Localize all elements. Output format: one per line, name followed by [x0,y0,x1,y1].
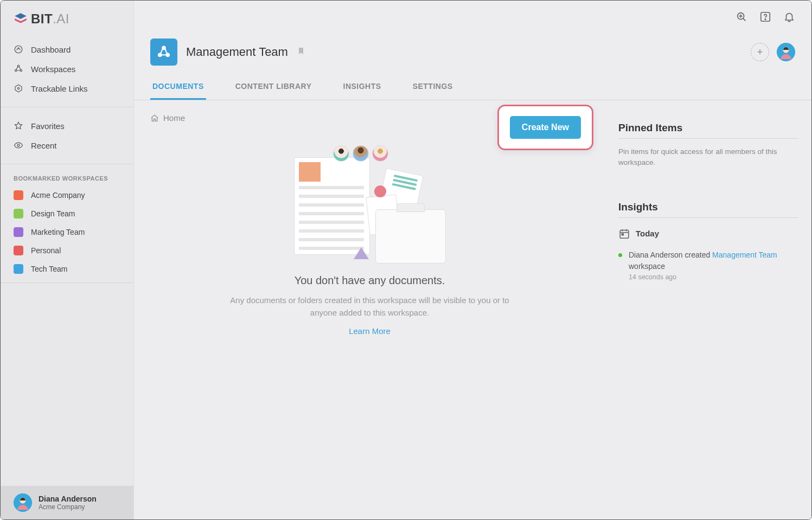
sidebar-ws-marketing[interactable]: Marketing Team [1,223,133,241]
svg-point-6 [17,144,20,146]
nav-workspaces[interactable]: Workspaces [1,59,133,79]
quick-nav: Favorites Recent [1,112,133,159]
right-panel: Pinned Items Pin items for quick access … [605,100,811,519]
user-org: Acme Company [39,503,97,511]
svg-point-14 [166,53,169,56]
search-icon[interactable] [736,11,747,23]
svg-rect-17 [620,230,629,238]
ws-label: Tech Team [31,265,67,273]
ws-label: Acme Company [31,191,85,200]
workspace-title: Management Team [186,45,288,59]
svg-point-2 [17,65,19,67]
ws-color-icon [14,246,23,255]
logo-icon [14,12,28,26]
bell-icon[interactable] [783,11,795,23]
sidebar: BIT.AI Dashboard Workspaces Trackable Li… [1,1,134,519]
insights-title: Insights [618,201,798,218]
workspace-header: Management Team + [134,33,811,66]
nav-label: Dashboard [31,45,71,54]
insights-date-row: Today [618,228,798,240]
pinned-section: Pinned Items Pin items for quick access … [618,122,798,169]
svg-point-1 [18,48,19,49]
activity-workspace-link[interactable]: Management Team [712,251,777,259]
user-name: Diana Anderson [39,495,97,503]
nav-label: Trackable Links [31,84,88,93]
activity-dot-icon [618,253,622,257]
bookmark-icon[interactable] [297,46,305,59]
brand-name: BIT [31,11,53,26]
svg-rect-18 [622,234,623,235]
ws-color-icon [14,227,23,237]
nav-label: Workspaces [31,65,75,74]
bookmarked-heading: BOOKMARKED WORKSPACES [1,169,133,186]
activity-text-prefix: Diana Anderson created [629,251,712,259]
ws-label: Design Team [31,209,75,218]
svg-point-4 [20,69,22,71]
nav-label: Favorites [31,121,65,131]
sidebar-ws-design[interactable]: Design Team [1,204,133,223]
svg-point-5 [17,87,19,89]
documents-panel: Home Create New You don't hav [134,100,605,519]
dashboard-icon [14,44,23,54]
workspaces-icon [14,64,23,74]
pinned-hint: Pin items for quick access for all membe… [618,146,798,169]
ws-color-icon [14,190,23,200]
current-user-avatar-icon[interactable] [777,43,795,61]
bookmarked-list: Acme Company Design Team Marketing Team … [1,186,133,278]
activity-time: 14 seconds ago [629,272,798,283]
user-avatar-icon [14,493,32,512]
svg-point-3 [15,69,16,71]
create-new-highlight: Create New [497,105,593,150]
sidebar-user[interactable]: Diana Anderson Acme Company [1,486,133,519]
activity-item: Diana Anderson created Management Team w… [618,249,798,283]
tab-documents[interactable]: DOCUMENTS [150,76,206,100]
tab-content-library[interactable]: CONTENT LIBRARY [233,76,314,100]
svg-point-0 [15,46,22,53]
nav-recent[interactable]: Recent [1,136,133,155]
links-icon [14,84,23,93]
insights-section: Insights Today Diana Anderson created Ma… [618,201,798,283]
create-new-button[interactable]: Create New [510,116,581,139]
main-area: Management Team + DOCUMENTS CONTENT LIBR… [134,1,811,519]
add-member-button[interactable]: + [751,43,769,61]
svg-point-11 [765,19,766,20]
sidebar-ws-acme[interactable]: Acme Company [1,186,133,204]
logo[interactable]: BIT.AI [1,1,133,35]
tab-settings[interactable]: SETTINGS [411,76,455,100]
divider [1,283,133,283]
empty-illustration [294,144,446,264]
activity-text-suffix: workspace [629,262,665,271]
eye-icon [14,140,23,150]
star-icon [14,121,23,131]
divider [1,164,133,164]
nav-trackable-links[interactable]: Trackable Links [1,79,133,98]
primary-nav: Dashboard Workspaces Trackable Links [1,35,133,102]
brand-suffix: .AI [53,11,69,26]
breadcrumb-home: Home [163,113,185,123]
home-icon [150,114,159,123]
tabs: DOCUMENTS CONTENT LIBRARY INSIGHTS SETTI… [134,66,811,100]
ws-color-icon [14,209,23,219]
help-icon[interactable] [759,11,771,23]
tab-insights[interactable]: INSIGHTS [341,76,383,100]
insights-date-label: Today [636,229,659,238]
sidebar-ws-personal[interactable]: Personal [1,241,133,260]
calendar-icon [618,228,630,240]
ws-color-icon [14,264,23,274]
learn-more-link[interactable]: Learn More [349,326,391,336]
pinned-title: Pinned Items [618,122,798,139]
sidebar-ws-tech[interactable]: Tech Team [1,260,133,278]
ws-label: Personal [31,246,61,255]
svg-point-13 [158,53,162,56]
nav-favorites[interactable]: Favorites [1,116,133,136]
empty-title: You don't have any documents. [218,274,522,287]
divider [1,107,133,107]
ws-label: Marketing Team [31,228,85,236]
nav-label: Recent [31,141,57,150]
empty-description: Any documents or folders created in this… [229,294,511,319]
workspace-badge-icon [150,38,177,66]
empty-state: You don't have any documents. Any docume… [218,144,522,336]
topbar [134,1,811,33]
nav-dashboard[interactable]: Dashboard [1,40,133,59]
